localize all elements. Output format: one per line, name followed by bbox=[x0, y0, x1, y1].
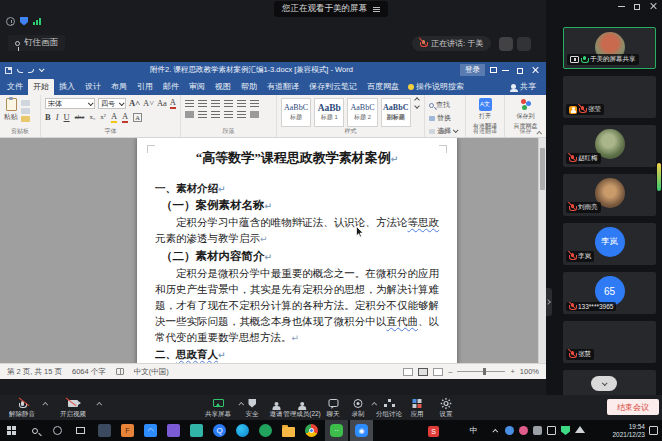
redo-icon[interactable] bbox=[28, 69, 34, 73]
multilevel-list-icon[interactable] bbox=[211, 100, 220, 107]
style-heading1[interactable]: AaBb 标题 1 bbox=[314, 98, 344, 127]
doc-scrollbar-thumb[interactable] bbox=[540, 148, 545, 190]
styles-scroll[interactable] bbox=[414, 98, 420, 108]
justify-icon[interactable] bbox=[224, 111, 233, 118]
invite-button[interactable]: 邀请 bbox=[270, 398, 283, 419]
participant-tile[interactable]: 赵红梅 bbox=[563, 125, 656, 167]
zoom-level[interactable]: 100% bbox=[520, 367, 539, 376]
chat-button[interactable]: 聊天 bbox=[327, 398, 340, 419]
close-icon[interactable] bbox=[649, 2, 657, 10]
save-icon[interactable] bbox=[5, 67, 12, 74]
align-left-icon[interactable] bbox=[185, 111, 194, 118]
scroll-participants-button[interactable] bbox=[591, 376, 617, 391]
cortana-icon[interactable] bbox=[50, 423, 65, 438]
zoom-out-icon[interactable]: – bbox=[448, 367, 452, 376]
tray-expand-chevron[interactable] bbox=[488, 423, 503, 438]
read-mode-icon[interactable] bbox=[403, 368, 413, 376]
tray-device-icon[interactable] bbox=[547, 426, 556, 435]
ime-indicator[interactable]: 中 bbox=[466, 423, 481, 438]
qat-customize-icon[interactable] bbox=[39, 66, 45, 72]
voov-meeting-app-icon[interactable]: ◉ bbox=[354, 423, 369, 438]
maximize-icon[interactable] bbox=[634, 4, 640, 10]
manage-members-button[interactable]: 管理成员(22) bbox=[283, 398, 321, 419]
subscript-button[interactable]: x₂ bbox=[89, 113, 95, 122]
font-size-box[interactable]: 四号 bbox=[98, 98, 126, 109]
start-button[interactable] bbox=[4, 423, 19, 438]
qq-tray-icon[interactable]: S bbox=[426, 424, 441, 439]
word-close-icon[interactable] bbox=[531, 66, 539, 74]
tab-insert[interactable]: 插入 bbox=[54, 79, 80, 95]
security-button[interactable]: 安全 bbox=[246, 398, 259, 419]
decrease-indent-icon[interactable] bbox=[224, 100, 233, 107]
shrink-font-icon[interactable]: A˅ bbox=[143, 99, 154, 108]
settings-button[interactable]: 设置 bbox=[440, 398, 453, 419]
tab-design[interactable]: 设计 bbox=[80, 79, 106, 95]
minimize-icon[interactable] bbox=[618, 3, 625, 10]
tab-file[interactable]: 文件 bbox=[2, 79, 28, 95]
strikethrough-button[interactable]: abc bbox=[75, 113, 85, 122]
language-indicator[interactable]: 中文(中国) bbox=[134, 367, 169, 377]
enclose-char-button[interactable]: A bbox=[133, 113, 142, 122]
green-app-icon[interactable] bbox=[258, 423, 273, 438]
quark-app-icon[interactable]: Q bbox=[212, 423, 227, 438]
end-meeting-button[interactable]: 结束会议 bbox=[607, 399, 659, 415]
tray-icon-pink[interactable] bbox=[519, 426, 528, 435]
copy-icon[interactable] bbox=[21, 108, 30, 114]
word-minimize-icon[interactable] bbox=[502, 67, 509, 74]
tab-home[interactable]: 开始 bbox=[28, 79, 54, 95]
share-options-chevron[interactable] bbox=[238, 402, 244, 408]
tab-youdao[interactable]: 有道翻译 bbox=[262, 79, 304, 95]
video-options-chevron[interactable] bbox=[96, 402, 102, 408]
format-painter-icon[interactable] bbox=[21, 116, 30, 122]
cut-icon[interactable] bbox=[21, 100, 30, 106]
underline-button[interactable]: U bbox=[64, 113, 70, 122]
task-view-icon[interactable] bbox=[73, 423, 88, 438]
taskbar-search-icon[interactable] bbox=[27, 423, 42, 438]
paste-button[interactable]: 粘贴 bbox=[4, 98, 18, 122]
meeting-app-icon[interactable]: ◠ bbox=[143, 423, 158, 438]
increase-indent-icon[interactable] bbox=[237, 100, 246, 107]
tab-mailings[interactable]: 邮件 bbox=[158, 79, 184, 95]
line-spacing-icon[interactable] bbox=[237, 111, 246, 118]
apps-button[interactable]: 应用 bbox=[411, 398, 424, 419]
bold-button[interactable]: B bbox=[45, 113, 51, 122]
bullets-icon[interactable] bbox=[185, 100, 194, 107]
tab-layout[interactable]: 布局 bbox=[106, 79, 132, 95]
participant-tile[interactable]: 65 133****3965 bbox=[563, 272, 656, 314]
tab-cloudnote[interactable]: 保存到云笔记 bbox=[304, 79, 362, 95]
sort-icon[interactable] bbox=[250, 100, 259, 107]
tell-me-search[interactable]: 操作说明搜索 bbox=[404, 79, 468, 95]
tray-network-icon[interactable] bbox=[575, 426, 585, 433]
font-color-button[interactable]: A bbox=[122, 112, 128, 123]
page-indicator[interactable]: 第 2 页, 共 15 页 bbox=[7, 367, 62, 377]
action-center-icon[interactable] bbox=[649, 426, 658, 435]
sidebar-collapse-handle[interactable] bbox=[546, 288, 552, 316]
document-page[interactable]: “高等数学”课程思政教学素材案例↵ 一、素材介绍↵ （一）案例素材名称↵ 定积分… bbox=[137, 138, 457, 363]
participant-tile[interactable]: 刘雨亮 bbox=[563, 174, 656, 216]
web-layout-icon[interactable] bbox=[433, 368, 443, 376]
tray-icon-blue[interactable] bbox=[505, 426, 514, 435]
style-heading2[interactable]: AaBbC 标题 2 bbox=[347, 98, 377, 127]
borders-icon[interactable] bbox=[250, 111, 259, 118]
print-layout-icon[interactable] bbox=[418, 368, 428, 376]
grow-font-icon[interactable]: A˄ bbox=[129, 99, 140, 108]
record-button[interactable]: 录制 bbox=[352, 398, 365, 419]
meeting-security-icon[interactable] bbox=[20, 17, 28, 26]
tray-security-icon[interactable] bbox=[561, 426, 570, 435]
calculator-app-icon[interactable] bbox=[97, 423, 112, 438]
highlight-button[interactable]: A bbox=[111, 112, 117, 123]
sticky-notes-app-icon[interactable]: F bbox=[120, 423, 135, 438]
font-name-box[interactable]: 宋体 bbox=[45, 98, 95, 109]
zoom-slider-thumb[interactable] bbox=[483, 368, 486, 375]
italic-button[interactable]: I bbox=[56, 113, 59, 122]
align-center-icon[interactable] bbox=[198, 111, 207, 118]
clear-format-icon[interactable]: A bbox=[170, 98, 176, 109]
taskbar-clock[interactable]: 19:54 2021/12/23 bbox=[612, 423, 645, 438]
find-button[interactable]: 查找 bbox=[429, 100, 457, 110]
chrome-browser-icon[interactable] bbox=[304, 423, 319, 438]
edge-browser-icon[interactable] bbox=[235, 423, 250, 438]
banner-menu-icon[interactable] bbox=[373, 7, 380, 12]
participant-tile[interactable]: 张莹 bbox=[563, 76, 656, 118]
signin-button[interactable]: 登录 bbox=[460, 64, 485, 76]
tray-mic-icon[interactable] bbox=[533, 426, 542, 435]
